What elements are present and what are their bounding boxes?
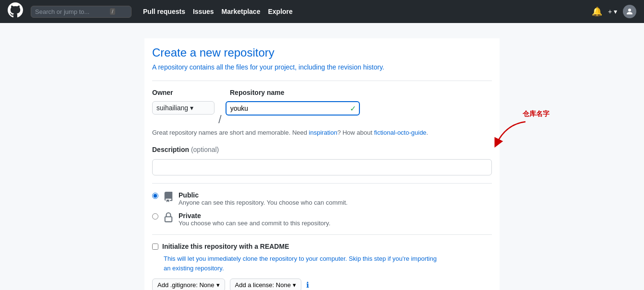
separator: / — [215, 113, 226, 126]
hint-text: Great repository names are short and mem… — [152, 129, 492, 136]
repo-name-input-wrap: ✓ — [226, 101, 360, 116]
slash-badge: / — [110, 8, 115, 15]
init-readme-checkbox[interactable] — [152, 244, 158, 250]
init-readme-label: Initialize this repository with a README — [162, 243, 289, 250]
navbar-right: 🔔 + ▾ — [592, 5, 636, 18]
public-option: Public Anyone can see this repository. Y… — [152, 191, 492, 206]
issues-link[interactable]: Issues — [193, 8, 214, 15]
github-logo-icon[interactable] — [8, 2, 23, 21]
info-icon[interactable]: ℹ — [306, 280, 309, 290]
arrow-repo-name — [492, 119, 530, 148]
navbar: / Pull requests Issues Marketplace Explo… — [0, 0, 644, 23]
divider-mid — [152, 183, 492, 184]
private-option: Private You choose who can see and commi… — [152, 212, 492, 227]
owner-label: Owner — [152, 89, 215, 96]
private-text: Private You choose who can see and commi… — [179, 212, 331, 227]
repo-name-input[interactable] — [226, 101, 360, 116]
page-subtitle: A repository contains all the files for … — [152, 63, 492, 71]
owner-select[interactable]: suihailiang ▾ — [152, 101, 215, 115]
navbar-links: Pull requests Issues Marketplace Explore — [143, 8, 293, 15]
search-input[interactable] — [35, 8, 107, 15]
owner-value: suihailiang — [156, 104, 188, 112]
owner-chevron-icon: ▾ — [190, 104, 193, 112]
search-bar[interactable]: / — [31, 6, 131, 18]
divider-init — [152, 234, 492, 235]
inspiration-link[interactable]: inspiration — [309, 129, 337, 136]
init-description: This will let you immediately clone the … — [164, 254, 492, 273]
public-radio[interactable] — [152, 193, 158, 199]
private-icon — [163, 212, 174, 224]
description-input[interactable] — [152, 159, 492, 175]
owner-repo-row: suihailiang ▾ / ✓ — [152, 101, 492, 126]
private-radio[interactable] — [152, 213, 158, 220]
page-title: Create a new repository — [152, 46, 492, 59]
description-label: Description (optional) — [152, 146, 492, 153]
init-section: Initialize this repository with a README… — [152, 243, 492, 290]
init-readme-row: Initialize this repository with a README — [152, 243, 492, 250]
explore-link[interactable]: Explore — [268, 8, 292, 15]
annotation-repo-name: 仓库名字 — [523, 110, 549, 118]
notifications-icon[interactable]: 🔔 — [592, 6, 602, 17]
new-item-icon[interactable]: + ▾ — [608, 8, 617, 15]
license-dropdown[interactable]: Add a license: None ▾ — [230, 278, 301, 290]
gitignore-dropdown[interactable]: Add .gitignore: None ▾ — [152, 278, 225, 290]
pull-requests-link[interactable]: Pull requests — [143, 8, 185, 15]
valid-check-icon: ✓ — [350, 104, 356, 113]
marketplace-link[interactable]: Marketplace — [222, 8, 261, 15]
repo-name-label: Repository name — [230, 89, 285, 96]
suggestion-link[interactable]: fictional-octo-guide — [374, 129, 426, 136]
divider-top — [152, 81, 492, 81]
description-section: Description (optional) — [152, 146, 492, 175]
dropdown-row: Add .gitignore: None ▾ Add a license: No… — [152, 278, 492, 290]
public-text: Public Anyone can see this repository. Y… — [179, 191, 347, 206]
avatar[interactable] — [623, 5, 636, 18]
visibility-section: Public Anyone can see this repository. Y… — [152, 191, 492, 227]
main-content: Create a new repository A repository con… — [144, 38, 500, 290]
public-icon — [163, 192, 174, 204]
gitignore-chevron-icon: ▾ — [216, 281, 220, 289]
license-chevron-icon: ▾ — [293, 281, 296, 289]
